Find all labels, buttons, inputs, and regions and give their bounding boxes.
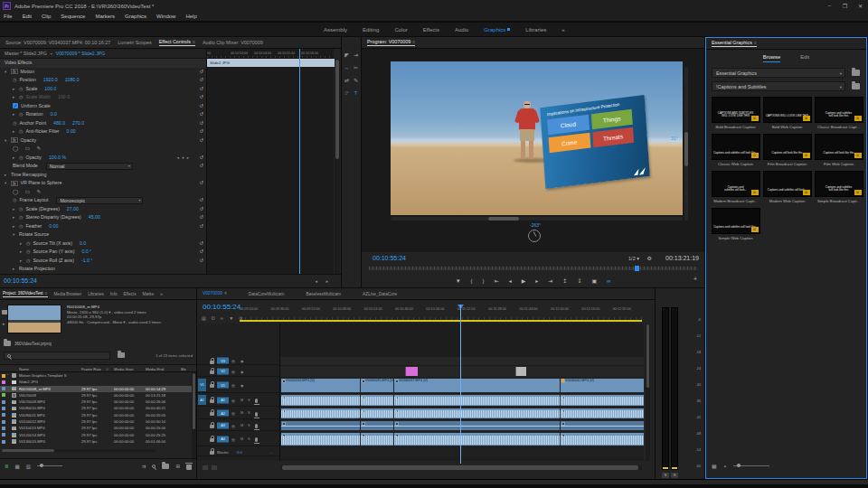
workspace-tab[interactable]: Audio	[455, 27, 468, 33]
panel-tab[interactable]: Audio Clip Mixer: V0070009	[203, 40, 263, 45]
workspace-tab[interactable]: Assembly	[324, 27, 347, 33]
stopwatch-icon[interactable]: ◷	[26, 239, 30, 249]
effect-row[interactable]: ▸ Time Remapping	[0, 171, 206, 180]
effect-row[interactable]: ▸ ◷ Source Pan (Y axis) 0.0 ° ↺	[0, 248, 206, 257]
mute-button[interactable]: M	[241, 411, 243, 415]
effect-row[interactable]: ◷ Frame Layout Monoscopic ↺	[0, 196, 206, 205]
linked-selection-toggle[interactable]: ∞	[221, 315, 224, 321]
effect-value[interactable]: 0.00	[49, 222, 58, 231]
slip-tool[interactable]: ⇄	[343, 77, 352, 84]
mark-in-button[interactable]: {	[471, 278, 473, 284]
track-name[interactable]: V2	[217, 368, 229, 374]
workspace-tab[interactable]: Color	[394, 27, 407, 33]
twirl-icon[interactable]: ▸	[13, 222, 16, 231]
effect-row[interactable]: ▸ ◷ Stereo Disparity (Degrees) 45.00 ↺	[0, 213, 206, 222]
timeline-clip[interactable]	[560, 433, 644, 446]
sequence-clip-label[interactable]: V0070009 * Slide2.JPG	[56, 51, 106, 56]
twirl-icon[interactable]: ▸	[13, 213, 16, 222]
item-name[interactable]: V0070009	[19, 393, 36, 398]
reset-effect-icon[interactable]: ↺	[199, 248, 203, 257]
maximize-button[interactable]: ❐	[837, 3, 853, 9]
video-frame[interactable]: Implications on Infrastructure Protectio…	[391, 61, 683, 215]
timeline-clip[interactable]	[280, 408, 360, 418]
hand-tool[interactable]: ☞	[343, 89, 352, 97]
panel-tab[interactable]: Marke	[142, 292, 154, 296]
stopwatch-icon[interactable]: ◷	[19, 222, 23, 231]
track-meter-icon[interactable]: ▤	[231, 383, 235, 388]
twirl-icon[interactable]: ▸	[13, 110, 16, 119]
caption-template[interactable]: CAPTIONS AND SUBTITLES WILL LOOK LIKE TH…	[712, 97, 760, 129]
panel-tab[interactable]: Effect Controls≡	[159, 39, 195, 46]
item-name[interactable]: V0120014.MP4	[19, 433, 45, 437]
project-row[interactable]: V0070009 29.97 fps 00:00:00:00 00:13:21:…	[0, 392, 192, 399]
label-color-chip[interactable]	[2, 440, 5, 444]
effect-row[interactable]: ▸ ◷ Opacity 100.0 % ◂ ♦ ▸ ↺	[0, 154, 206, 163]
item-name[interactable]: V0130015.MP4	[19, 439, 45, 444]
add-marker-button[interactable]: ▼	[229, 315, 233, 321]
effect-value[interactable]: 100.0	[58, 93, 70, 102]
reset-effect-icon[interactable]: ↺	[199, 213, 203, 222]
project-row[interactable]: V0080010.MP4 29.97 fps 00:00:00:00 00:00…	[0, 405, 192, 411]
project-row[interactable]: V0090011.MP4 29.97 fps 00:00:00:00 00:00…	[0, 412, 192, 418]
panel-tab[interactable]: Info	[110, 292, 118, 296]
nest-toggle[interactable]: ▤	[202, 315, 206, 321]
voiceover-mic-icon[interactable]	[255, 437, 258, 442]
vr-tilt-scrollbar[interactable]	[684, 67, 688, 221]
track-header[interactable]: A3 ▤ M S	[197, 420, 280, 431]
template-thumbnail[interactable]: Captions and subtitles will look...≣	[763, 171, 812, 197]
reset-effect-icon[interactable]: ↺	[199, 196, 203, 205]
sequence-tab[interactable]: AZLive_DataCore	[363, 292, 397, 296]
timeline-clip[interactable]: V0030035.MP4 [V]	[360, 379, 393, 392]
thumbnail-size-slider[interactable]	[733, 465, 769, 466]
vr-pan-value[interactable]: -263°	[517, 222, 553, 228]
effect-value-2[interactable]: 270.0	[72, 119, 84, 128]
new-bin-button[interactable]	[162, 464, 169, 469]
label-color-chip[interactable]	[2, 407, 5, 410]
new-item-button[interactable]: ⊞	[175, 464, 180, 469]
item-name[interactable]: V0070009.MP4	[19, 399, 45, 404]
item-name[interactable]: V0080010.MP4	[19, 406, 45, 410]
twirl-icon[interactable]: ▸	[13, 85, 16, 94]
workspace-tab[interactable]: Editing	[363, 27, 379, 33]
reset-effect-icon[interactable]: ↺	[199, 119, 203, 128]
track-name[interactable]: Master	[217, 448, 229, 455]
master-clip-label[interactable]: Master * Slide2.JPG	[5, 51, 47, 56]
track-meter-icon[interactable]: ▤	[231, 369, 235, 373]
effect-row[interactable]: ▸ ◷ Rotation 0.0 ↺	[0, 110, 206, 119]
twirl-icon[interactable]: ▸	[20, 248, 24, 257]
effect-controls-timecode[interactable]: 00:10:55:24	[4, 277, 37, 284]
timeline-clip[interactable]	[393, 433, 560, 446]
caption-template[interactable]: Captions and subtitles will look like th…	[815, 171, 863, 203]
stopwatch-icon[interactable]: ◷	[26, 257, 30, 266]
track-lane[interactable]	[280, 447, 644, 456]
timeline-clip[interactable]	[360, 421, 393, 430]
timeline-clip[interactable]	[560, 395, 644, 406]
category-dropdown[interactable]: !Captions and Subtitles	[712, 81, 845, 91]
track-name[interactable]: A1	[217, 397, 229, 403]
twirl-icon[interactable]: ▸	[13, 205, 16, 214]
track-header[interactable]: A2 ▤ M S	[197, 408, 280, 419]
grid-view-icon[interactable]: ▦	[712, 463, 717, 469]
column-media-end[interactable]: Media End	[146, 367, 164, 371]
panel-tab[interactable]: Effects	[123, 292, 136, 296]
track-header[interactable]: A4 ▤ M S	[197, 432, 280, 446]
project-row[interactable]: V0130015.MP4 29.97 fps 00:00:00:00 00:01…	[0, 438, 192, 445]
solo-button[interactable]: S	[248, 437, 250, 441]
ripple-edit-tool[interactable]: ↔	[343, 64, 352, 71]
reset-effect-icon[interactable]: ↺	[199, 110, 203, 119]
preview-thumbnail[interactable]	[7, 305, 61, 333]
lock-icon[interactable]	[210, 438, 214, 442]
export-frame-button[interactable]: ▣	[591, 277, 597, 284]
solo-button[interactable]: S	[248, 424, 250, 427]
uniform-scale-checkbox[interactable]: ✓	[13, 103, 18, 108]
project-row[interactable]: R0010008_er.MP4 29.97 fps 00:00:00:00 00…	[0, 386, 192, 392]
stopwatch-icon[interactable]: ◷	[26, 248, 30, 257]
template-thumbnail[interactable]: Captions and subtitles will look like th…	[815, 97, 863, 123]
track-header[interactable]: Master 0.0 ↔	[197, 447, 280, 456]
mini-timeline-playhead[interactable]	[299, 49, 300, 274]
menu-item[interactable]: File	[4, 14, 13, 19]
stopwatch-icon[interactable]: ◷	[19, 110, 23, 119]
menu-item[interactable]: Clip	[42, 14, 51, 19]
lock-icon[interactable]	[210, 361, 214, 364]
stopwatch-icon[interactable]: ◷	[19, 154, 23, 163]
